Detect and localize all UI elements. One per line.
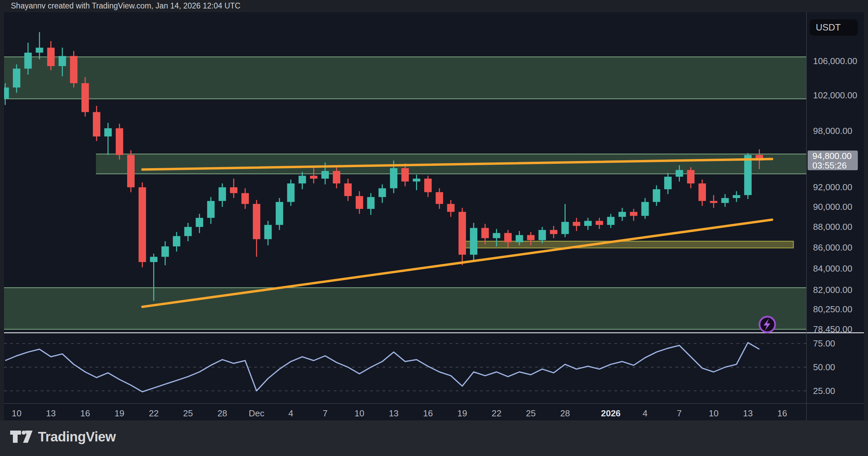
candle-body <box>550 230 557 234</box>
candle-body <box>36 48 43 53</box>
candle-body <box>299 176 306 183</box>
time-tick-22: 22 <box>149 408 159 419</box>
candle-body <box>687 170 694 183</box>
tradingview-logo-text: TradingView <box>38 429 116 444</box>
candle-body <box>150 257 157 262</box>
tradingview-chart-window: Shayannv created with TradingView.com, J… <box>0 0 868 456</box>
candle-body <box>710 201 717 203</box>
candle-body <box>24 53 32 68</box>
candle-body <box>744 155 752 195</box>
candle-body <box>470 228 477 255</box>
price-plot-canvas[interactable] <box>4 12 864 420</box>
candle-body <box>664 177 672 189</box>
candle-body <box>584 221 592 226</box>
symbol-pill[interactable]: USDT <box>810 19 858 36</box>
support-box[interactable] <box>465 241 793 248</box>
candle-body <box>390 168 397 188</box>
current-price-value: 94,800.00 <box>812 151 858 161</box>
time-tick-28: 28 <box>560 408 570 419</box>
candle-body <box>4 87 9 99</box>
demand-zone-bottom[interactable] <box>4 288 806 330</box>
tradingview-logo[interactable]: TradingView <box>9 429 116 445</box>
time-tick-19: 19 <box>115 408 124 419</box>
candle-body <box>104 128 112 136</box>
candle-body <box>173 236 180 246</box>
candle-body <box>458 212 466 255</box>
candle-body <box>139 187 146 262</box>
time-tick-13: 13 <box>743 408 753 419</box>
price-tick-106,000.00: 106,000.00 <box>813 56 857 66</box>
time-tick-4: 4 <box>289 408 293 419</box>
candle-body <box>207 201 215 218</box>
candle-body <box>196 218 203 227</box>
time-tick-Dec: Dec <box>249 408 264 419</box>
candle-body <box>70 56 78 83</box>
bottom-bar: TradingView <box>0 420 868 456</box>
candle-countdown: 03:55:26 <box>812 161 858 170</box>
candle-body <box>321 171 329 179</box>
candle-body <box>698 183 706 201</box>
candle-body <box>653 189 660 202</box>
rsi-tick-25.00: 25.00 <box>813 385 835 396</box>
candle-body <box>344 183 352 196</box>
candle-body <box>333 171 340 183</box>
candle-body <box>219 187 226 201</box>
candle-body <box>93 112 100 137</box>
candle-body <box>413 179 420 182</box>
price-tick-102,000.00: 102,000.00 <box>813 90 857 101</box>
time-tick-10: 10 <box>709 408 718 419</box>
candle-body <box>253 204 260 239</box>
candle-body <box>13 68 20 87</box>
price-tick-98,000.00: 98,000.00 <box>813 126 852 136</box>
candle-body <box>721 198 729 203</box>
rsi-tick-75.00: 75.00 <box>813 338 835 349</box>
candle-body <box>561 222 569 234</box>
candle-body <box>276 202 283 225</box>
time-tick-25: 25 <box>526 408 536 419</box>
time-tick-16: 16 <box>423 408 433 419</box>
price-tick-80,250.00: 80,250.00 <box>813 304 852 314</box>
symbol-pill-label: USDT <box>816 22 841 33</box>
candle-body <box>504 233 512 242</box>
time-tick-10: 10 <box>12 408 22 419</box>
price-tick-92,000.00: 92,000.00 <box>813 182 852 193</box>
candle-body <box>516 235 523 242</box>
candle-body <box>127 155 135 187</box>
candle-body <box>367 197 375 209</box>
time-tick-25: 25 <box>183 408 193 419</box>
time-tick-19: 19 <box>457 408 467 419</box>
candle-body <box>184 227 192 236</box>
time-tick-28: 28 <box>217 408 227 419</box>
candle-body <box>447 204 455 212</box>
candle-body <box>310 176 317 178</box>
supply-zone-top[interactable] <box>4 57 806 99</box>
time-tick-7: 7 <box>323 408 328 419</box>
price-tick-90,000.00: 90,000.00 <box>813 202 852 212</box>
candle-body <box>618 212 626 217</box>
candle-body <box>161 246 169 257</box>
time-tick-22: 22 <box>492 408 501 419</box>
candle-body <box>596 221 603 225</box>
chart-area[interactable]: 106,000.00102,000.0098,000.0092,000.0090… <box>4 12 864 420</box>
candle-body <box>378 188 386 197</box>
candle-body <box>493 233 500 238</box>
time-tick-16: 16 <box>80 408 90 419</box>
candle-body <box>733 195 740 198</box>
candle-body <box>481 228 489 238</box>
price-tick-82,000.00: 82,000.00 <box>813 285 852 295</box>
time-tick-7: 7 <box>677 408 682 419</box>
candle-body <box>47 48 55 66</box>
candle-body <box>81 83 89 112</box>
candle-body <box>436 192 443 204</box>
candle-body <box>264 225 272 239</box>
price-tick-86,000.00: 86,000.00 <box>813 242 852 253</box>
candle-body <box>424 179 432 192</box>
candle-body <box>573 222 580 226</box>
candle-body <box>287 183 295 202</box>
rsi-tick-50.00: 50.00 <box>813 362 835 373</box>
price-tick-84,000.00: 84,000.00 <box>813 263 852 274</box>
time-tick-13: 13 <box>46 408 56 419</box>
price-tick-88,000.00: 88,000.00 <box>813 222 852 232</box>
candle-body <box>230 187 237 193</box>
candle-body <box>642 202 649 216</box>
